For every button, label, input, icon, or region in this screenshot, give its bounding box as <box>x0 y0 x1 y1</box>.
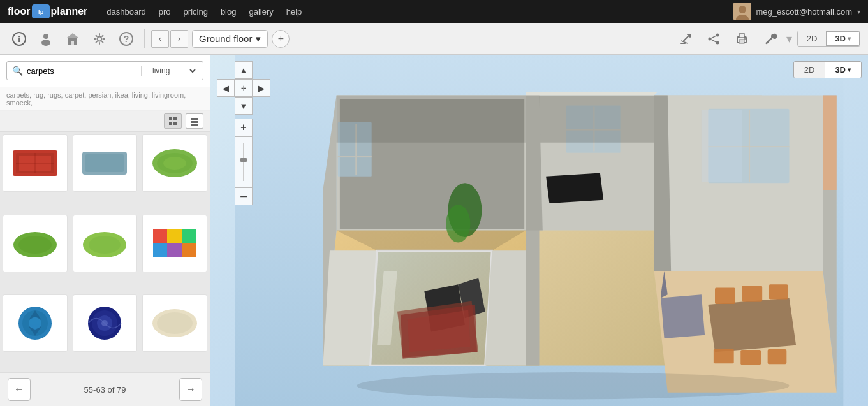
carpet-item-6[interactable] <box>142 215 207 272</box>
view-toggle-overlay: 2D 3D▾ <box>793 61 862 78</box>
pan-down-button[interactable]: ▼ <box>235 97 253 115</box>
carpet-grid <box>0 132 210 372</box>
svg-rect-105 <box>702 110 742 182</box>
svg-rect-49 <box>153 243 167 257</box>
svg-marker-70 <box>485 250 533 365</box>
zoom-out-button[interactable]: − <box>235 187 253 205</box>
redo-button[interactable]: › <box>170 30 188 48</box>
nav-help[interactable]: help <box>280 0 309 23</box>
svg-marker-107 <box>337 96 526 143</box>
svg-rect-24 <box>169 117 172 120</box>
carpet-item-9[interactable] <box>142 294 207 352</box>
svg-marker-66 <box>323 250 377 365</box>
svg-rect-51 <box>182 243 196 257</box>
help-button[interactable]: ? <box>115 27 138 50</box>
pan-left-button[interactable]: ◀ <box>217 79 235 97</box>
view-3d-button[interactable]: 3D ▾ <box>826 31 860 46</box>
undo-button[interactable]: ‹ <box>151 30 169 48</box>
svg-marker-110 <box>526 92 658 95</box>
svg-rect-11 <box>71 41 74 45</box>
overlay-3d-button[interactable]: 3D▾ <box>825 62 861 78</box>
canvas-area[interactable]: ▲ ◀ ✛ ▶ ▼ + − 2D <box>210 55 868 406</box>
person-button[interactable] <box>34 27 57 50</box>
svg-marker-85 <box>546 173 603 203</box>
print-button[interactable] <box>730 27 753 50</box>
history-navigation: ‹ › <box>151 30 188 48</box>
zoom-in-button[interactable]: + <box>235 119 253 136</box>
prev-page-button[interactable]: ← <box>8 378 31 401</box>
search-area: 🔍 | living bedroom kitchen bathroom all <box>0 55 210 87</box>
carpet-item-5[interactable] <box>73 215 138 272</box>
carpet-item-2[interactable] <box>73 134 138 192</box>
category-select[interactable]: living bedroom kitchen bathroom all <box>147 64 198 77</box>
wrench-button[interactable] <box>758 27 781 50</box>
svg-rect-99 <box>769 284 788 299</box>
nav-gallery[interactable]: gallery <box>242 0 279 23</box>
main-toolbar: i ? ‹ › Ground floor ▾ + ▾ <box>0 23 868 55</box>
svg-rect-25 <box>173 117 177 120</box>
svg-rect-21 <box>739 40 744 43</box>
nav-dashboard[interactable]: dashboard <box>100 0 152 23</box>
avatar <box>733 3 751 20</box>
pagination: ← 55-63 of 79 → <box>0 372 210 406</box>
share-button[interactable] <box>702 27 725 50</box>
settings-button[interactable] <box>88 27 111 50</box>
walk-button[interactable] <box>674 27 697 50</box>
add-floor-button[interactable]: + <box>272 30 290 48</box>
svg-rect-100 <box>714 349 734 363</box>
svg-point-44 <box>89 236 121 254</box>
info-button[interactable]: i <box>8 27 31 50</box>
pan-up-button[interactable]: ▲ <box>235 61 253 79</box>
nav-pricing[interactable]: pricing <box>177 0 214 23</box>
svg-marker-103 <box>661 294 705 338</box>
svg-rect-28 <box>191 118 198 120</box>
svg-point-111 <box>357 372 789 399</box>
overlay-2d-button[interactable]: 2D <box>794 62 825 78</box>
svg-rect-95 <box>749 110 750 182</box>
building-button[interactable] <box>61 27 84 50</box>
carpet-item-8[interactable] <box>73 294 138 352</box>
carpet-item-4[interactable] <box>3 215 68 272</box>
next-page-button[interactable]: → <box>179 378 202 401</box>
logo[interactable]: floor fp planner <box>8 4 87 18</box>
svg-line-19 <box>711 40 716 42</box>
floor-selector[interactable]: Ground floor ▾ <box>192 30 268 48</box>
carpet-item-7[interactable] <box>3 294 68 352</box>
pan-right-button[interactable]: ▶ <box>253 79 270 97</box>
svg-point-15 <box>716 33 719 36</box>
add-floor-icon: + <box>278 33 284 45</box>
svg-marker-10 <box>67 33 78 38</box>
zoom-slider[interactable] <box>235 136 253 187</box>
svg-point-40 <box>163 157 186 170</box>
svg-point-74 <box>446 205 470 242</box>
search-input[interactable] <box>27 66 136 76</box>
svg-marker-106 <box>526 96 654 143</box>
user-chevron-icon: ▾ <box>857 8 860 15</box>
grid-view-button[interactable] <box>164 113 182 129</box>
logo-icon: fp <box>32 4 50 18</box>
svg-text:i: i <box>18 34 20 44</box>
search-tags: carpets, rug, rugs, carpet, persian, ike… <box>0 87 210 111</box>
list-view-button[interactable] <box>186 113 203 129</box>
nav-blog[interactable]: blog <box>214 0 243 23</box>
svg-point-42 <box>18 236 52 254</box>
svg-point-23 <box>744 38 746 40</box>
top-navigation: floor fp planner dashboard pro pricing b… <box>0 0 868 23</box>
carpet-item-1[interactable] <box>3 134 68 192</box>
view-mode-toggle <box>0 111 210 132</box>
svg-rect-79 <box>338 156 372 157</box>
pan-center-button[interactable]: ✛ <box>235 79 253 97</box>
carpet-item-3[interactable] <box>142 134 207 192</box>
svg-marker-92 <box>823 96 837 190</box>
svg-rect-29 <box>191 121 198 123</box>
view-2d-button[interactable]: 2D <box>798 31 827 46</box>
prev-icon: ← <box>14 384 24 395</box>
svg-rect-98 <box>742 286 762 301</box>
user-menu[interactable]: meg_escott@hotmail.com ▾ <box>733 3 860 20</box>
more-options-icon[interactable]: ▾ <box>786 32 792 46</box>
next-icon: → <box>186 384 196 395</box>
nav-pro[interactable]: pro <box>152 0 177 23</box>
view-toggle: 2D 3D ▾ <box>797 31 860 47</box>
search-box: 🔍 | living bedroom kitchen bathroom all <box>6 61 203 80</box>
main-layout: 🔍 | living bedroom kitchen bathroom all … <box>0 55 868 406</box>
